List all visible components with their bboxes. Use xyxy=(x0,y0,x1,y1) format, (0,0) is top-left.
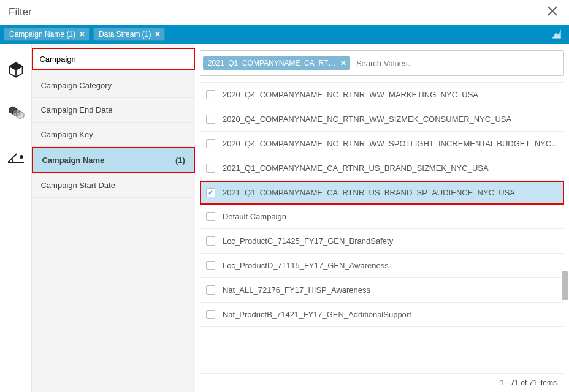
dialog-title: Filter xyxy=(9,6,32,18)
checkbox-checked[interactable] xyxy=(206,188,215,197)
value-row-selected[interactable]: 2021_Q1_COMPANYNAME_CA_RTNR_US_BRAND_SP_… xyxy=(200,181,564,205)
attributes-panel: Campaign Category Campaign End Date Camp… xyxy=(32,44,194,392)
value-row[interactable]: 2020_Q4_COMPANYNAME_NC_RTNR_WW_MARKETING… xyxy=(200,83,564,107)
main-layout: Campaign Category Campaign End Date Camp… xyxy=(0,44,569,392)
chip-remove-icon[interactable]: ✕ xyxy=(340,59,346,67)
value-row[interactable]: Loc_ProductD_71115_FY17_GEN_Awareness xyxy=(200,254,564,278)
attr-label: Campaign Name xyxy=(42,156,104,165)
value-label: 2020_Q4_COMPANYNAME_NC_RTNR_WW_SIZMEK_CO… xyxy=(223,115,511,124)
value-label: 2021_Q1_COMPANYNAME_CA_RTNR_US_BRAND_SIZ… xyxy=(223,164,489,173)
icon-rail xyxy=(0,44,32,392)
item-count: 1 - 71 of 71 items xyxy=(500,379,557,387)
attr-label: Campaign End Date xyxy=(40,105,112,115)
value-row[interactable]: 2021_Q1_COMPANYNAME_CA_RTNR_US_BRAND_SIZ… xyxy=(200,156,564,181)
filter-chip-data-stream[interactable]: Data Stream (1) ✕ xyxy=(93,28,165,41)
value-search-wrap: 2021_Q1_COMPANYNAME_CA_RTNR_US... ✕ xyxy=(200,50,564,76)
pagination-footer: 1 - 71 of 71 items xyxy=(200,373,564,392)
checkbox[interactable] xyxy=(206,212,215,221)
value-row[interactable]: Nat_ProductB_71421_FY17_GEN_AdditionalSu… xyxy=(200,303,564,327)
chip-remove-icon[interactable]: ✕ xyxy=(79,30,85,39)
attr-campaign-end-date[interactable]: Campaign End Date xyxy=(32,98,194,123)
checkbox[interactable] xyxy=(206,261,215,270)
checkbox[interactable] xyxy=(206,115,215,124)
value-label: 2020_Q4_COMPANYNAME_NC_RTNR_WW_SPOTLIGHT… xyxy=(223,139,558,148)
rail-angle-icon[interactable] xyxy=(4,143,28,173)
attribute-search-box[interactable] xyxy=(32,48,194,70)
value-label: Default Campaign xyxy=(223,212,286,221)
rail-cubes-icon[interactable] xyxy=(4,99,28,129)
attr-campaign-name[interactable]: Campaign Name (1) xyxy=(32,147,194,173)
chip-remove-icon[interactable]: ✕ xyxy=(155,30,161,39)
attr-campaign-key[interactable]: Campaign Key xyxy=(32,123,194,147)
value-row[interactable]: Loc_ProductC_71425_FY17_GEN_BrandSafety xyxy=(200,229,564,254)
checkbox[interactable] xyxy=(206,285,215,295)
value-row[interactable]: 2020_Q4_COMPANYNAME_NC_RTNR_WW_SPOTLIGHT… xyxy=(200,132,564,156)
attr-label: Campaign Key xyxy=(40,130,93,139)
scrollbar-thumb[interactable] xyxy=(562,271,568,300)
close-icon[interactable] xyxy=(544,3,560,22)
value-search-input[interactable] xyxy=(350,59,561,68)
checkbox[interactable] xyxy=(206,310,215,319)
svg-point-0 xyxy=(20,155,23,159)
value-row[interactable]: Nat_ALL_72176_FY17_HISP_Awareness xyxy=(200,278,564,303)
value-label: Nat_ALL_72176_FY17_HISP_Awareness xyxy=(223,285,370,295)
value-label: 2021_Q1_COMPANYNAME_CA_RTNR_US_BRAND_SP_… xyxy=(223,188,515,197)
value-row[interactable]: 2020_Q4_COMPANYNAME_NC_RTNR_WW_SIZMEK_CO… xyxy=(200,107,564,132)
attr-campaign-start-date[interactable]: Campaign Start Date xyxy=(32,173,194,198)
values-panel: 2021_Q1_COMPANYNAME_CA_RTNR_US... ✕ 2020… xyxy=(195,44,569,392)
attribute-search-input[interactable] xyxy=(39,55,187,64)
checkbox[interactable] xyxy=(206,90,215,99)
filter-chip-campaign-name[interactable]: Campaign Name (1) ✕ xyxy=(4,28,90,41)
chip-label: 2021_Q1_COMPANYNAME_CA_RTNR_US... xyxy=(208,59,337,67)
checkbox[interactable] xyxy=(206,236,215,246)
attr-campaign-category[interactable]: Campaign Category xyxy=(32,74,194,98)
clear-all-icon[interactable] xyxy=(551,28,563,42)
value-label: Loc_ProductC_71425_FY17_GEN_BrandSafety xyxy=(223,236,393,246)
value-list[interactable]: 2020_Q4_COMPANYNAME_NC_RTNR_WW_MARKETING… xyxy=(200,82,564,373)
value-label: Loc_ProductD_71115_FY17_GEN_Awareness xyxy=(223,261,389,270)
attr-label: Campaign Category xyxy=(40,81,112,90)
active-filters-bar: Campaign Name (1) ✕ Data Stream (1) ✕ xyxy=(0,24,569,44)
chip-label: Campaign Name (1) xyxy=(9,30,75,39)
checkbox[interactable] xyxy=(206,164,215,173)
attr-count: (1) xyxy=(175,156,185,165)
value-row[interactable]: Default Campaign xyxy=(200,205,564,229)
checkbox[interactable] xyxy=(206,139,215,148)
selected-value-chip[interactable]: 2021_Q1_COMPANYNAME_CA_RTNR_US... ✕ xyxy=(203,56,350,70)
chip-label: Data Stream (1) xyxy=(99,30,151,39)
value-label: 2020_Q4_COMPANYNAME_NC_RTNR_WW_MARKETING… xyxy=(223,90,478,99)
value-label: Nat_ProductB_71421_FY17_GEN_AdditionalSu… xyxy=(223,310,411,319)
dialog-header: Filter xyxy=(0,0,569,24)
attr-label: Campaign Start Date xyxy=(40,181,115,190)
rail-cube-icon[interactable] xyxy=(4,55,28,85)
